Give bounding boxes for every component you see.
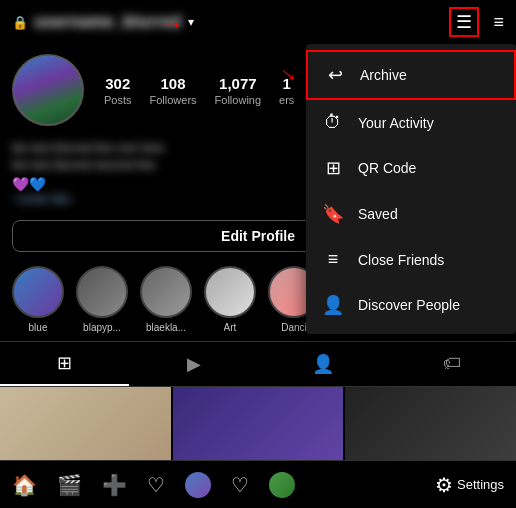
nav-reels[interactable]: 🎬: [57, 473, 82, 497]
tab-grid[interactable]: ⊞: [0, 342, 129, 386]
highlight-label: Art: [224, 322, 237, 333]
grid-icon: ⊞: [57, 352, 72, 374]
highlight-item[interactable]: blue: [12, 266, 64, 333]
highlight-item[interactable]: blaekla...: [140, 266, 192, 333]
menu-dots-icon: ≡: [493, 12, 504, 33]
close-friends-label: Close Friends: [358, 252, 444, 268]
nav-settings[interactable]: ⚙ Settings: [435, 473, 504, 497]
stat-ers: 1 ers: [279, 75, 294, 106]
archive-icon: ↩: [324, 64, 346, 86]
tag-icon: 🏷: [443, 353, 461, 374]
tab-saved[interactable]: 🏷: [387, 342, 516, 386]
saved-label: Saved: [358, 206, 398, 222]
discover-people-icon: 👤: [322, 294, 344, 316]
close-friends-icon: ≡: [322, 249, 344, 270]
menu-dots-button[interactable]: ≡: [493, 12, 504, 33]
activity-label: Your Activity: [358, 115, 434, 131]
reels-icon: ▶: [187, 353, 201, 375]
header: 🔒 username_blurred ▾ ☰ ≡: [0, 0, 516, 44]
username-text: username_blurred: [34, 13, 182, 31]
highlight-label: blaekla...: [146, 322, 186, 333]
hamburger-icon: ☰: [456, 11, 472, 33]
highlight-circle: [204, 266, 256, 318]
tabs-row: ⊞ ▶ 👤 🏷: [0, 341, 516, 387]
nav-add[interactable]: ➕: [102, 473, 127, 497]
avatar: [12, 54, 84, 126]
qr-icon: ⊞: [322, 157, 344, 179]
activity-icon: ⏱: [322, 112, 344, 133]
highlight-label: blue: [29, 322, 48, 333]
header-left: 🔒 username_blurred ▾: [12, 13, 449, 31]
following-count: 1,077: [219, 75, 257, 92]
nav-items-left: 🏠 🎬 ➕ ♡ ♡: [12, 472, 435, 498]
nav-heart[interactable]: ♡: [147, 473, 165, 497]
discover-people-label: Discover People: [358, 297, 460, 313]
menu-item-close-friends[interactable]: ≡ Close Friends: [306, 237, 516, 282]
lock-icon: 🔒: [12, 15, 28, 30]
avatar-image: [14, 56, 82, 124]
highlight-circle: [76, 266, 128, 318]
highlight-item[interactable]: blapyp...: [76, 266, 128, 333]
tab-tagged[interactable]: 👤: [258, 342, 387, 386]
nav-profile2[interactable]: [269, 472, 295, 498]
highlight-label: blapyp...: [83, 322, 121, 333]
highlight-label: Danci: [281, 322, 307, 333]
menu-item-archive[interactable]: ↩ Archive: [306, 50, 516, 100]
nav-heart2[interactable]: ♡: [231, 473, 249, 497]
posts-count: 302: [105, 75, 130, 92]
stat-posts: 302 Posts: [104, 75, 132, 106]
settings-icon: ⚙: [435, 473, 453, 497]
following-label: Following: [215, 94, 261, 106]
stat-followers: 108 Followers: [150, 75, 197, 106]
saved-icon: 🔖: [322, 203, 344, 225]
followers-count: 108: [161, 75, 186, 92]
highlight-circle: [140, 266, 192, 318]
archive-label: Archive: [360, 67, 407, 83]
menu-item-qr-code[interactable]: ⊞ QR Code: [306, 145, 516, 191]
tab-reels[interactable]: ▶: [129, 342, 258, 386]
qr-label: QR Code: [358, 160, 416, 176]
person-icon: 👤: [312, 353, 334, 375]
highlight-item[interactable]: Art: [204, 266, 256, 333]
chevron-down-icon: ▾: [188, 15, 194, 29]
menu-item-your-activity[interactable]: ⏱ Your Activity: [306, 100, 516, 145]
posts-label: Posts: [104, 94, 132, 106]
nav-profile-circle[interactable]: [185, 472, 211, 498]
header-icons: ☰ ≡: [449, 7, 504, 37]
hamburger-button[interactable]: ☰: [449, 7, 479, 37]
dropdown-menu: ↩ Archive ⏱ Your Activity ⊞ QR Code 🔖 Sa…: [306, 44, 516, 334]
bottom-nav: 🏠 🎬 ➕ ♡ ♡ ⚙ Settings: [0, 460, 516, 508]
highlight-circle: [12, 266, 64, 318]
stat-following: 1,077 Following: [215, 75, 261, 106]
ers-label: ers: [279, 94, 294, 106]
menu-item-saved[interactable]: 🔖 Saved: [306, 191, 516, 237]
menu-item-discover-people[interactable]: 👤 Discover People: [306, 282, 516, 328]
followers-label: Followers: [150, 94, 197, 106]
settings-label: Settings: [457, 477, 504, 492]
nav-home[interactable]: 🏠: [12, 473, 37, 497]
ers-count: 1: [283, 75, 291, 92]
